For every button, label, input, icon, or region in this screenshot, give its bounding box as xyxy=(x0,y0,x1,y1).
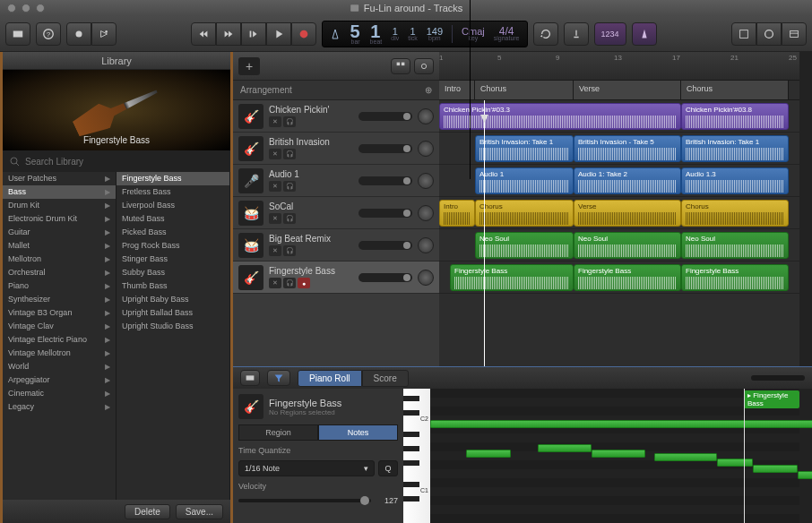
region[interactable]: Verse xyxy=(574,200,681,227)
editor-filter-button[interactable] xyxy=(267,370,290,386)
track-header[interactable]: 🥁 SoCal ✕ 🎧 xyxy=(233,197,439,229)
library-category-row[interactable]: Cinematic▶ xyxy=(3,387,116,400)
library-patch-row[interactable]: Upright Baby Bass xyxy=(117,293,229,306)
library-category-row[interactable]: Electronic Drum Kit▶ xyxy=(3,212,116,226)
library-category-row[interactable]: Piano▶ xyxy=(3,279,116,293)
library-patch-row[interactable]: Prog Rock Bass xyxy=(117,239,229,253)
track-header-config-button[interactable] xyxy=(391,58,410,74)
track-mute-button[interactable]: ✕ xyxy=(269,116,281,127)
count-in-button[interactable]: 1234 xyxy=(594,22,626,46)
zoom-window-icon[interactable] xyxy=(36,4,45,13)
midi-note[interactable] xyxy=(654,453,717,461)
track-solo-button[interactable]: 🎧 xyxy=(283,278,296,288)
region[interactable]: Intro xyxy=(439,200,475,227)
editor-view-button[interactable] xyxy=(240,370,260,386)
midi-note[interactable] xyxy=(753,465,798,473)
track-volume-slider[interactable] xyxy=(358,144,412,153)
library-category-row[interactable]: Mellotron▶ xyxy=(3,253,116,266)
library-toggle-button[interactable] xyxy=(5,22,30,46)
region[interactable]: British Invasion: Take 1 xyxy=(475,135,574,162)
quantize-select[interactable]: 1/16 Note ▾ xyxy=(238,460,375,476)
midi-note[interactable] xyxy=(430,420,812,428)
library-save-button[interactable]: Save... xyxy=(176,504,223,519)
track-volume-slider[interactable] xyxy=(358,209,412,218)
region[interactable]: British Invasion - Take 5 xyxy=(574,135,681,162)
library-category-row[interactable]: Guitar▶ xyxy=(3,226,116,239)
region[interactable]: Neo Soul xyxy=(475,232,574,259)
region[interactable]: Chorus xyxy=(681,200,789,227)
track-header[interactable]: 🎸 British Invasion ✕ 🎧 xyxy=(233,133,439,165)
region[interactable]: Audio 1 xyxy=(475,167,574,194)
velocity-slider[interactable] xyxy=(238,499,371,502)
editor-zoom-slider[interactable] xyxy=(751,375,805,381)
library-patch-row[interactable]: Fingerstyle Bass xyxy=(117,172,229,185)
editors-button[interactable] xyxy=(91,22,117,46)
region[interactable]: Chicken Pickin'#03.3 xyxy=(439,103,681,130)
library-category-row[interactable]: Vintage B3 Organ▶ xyxy=(3,306,116,320)
timeline[interactable]: 15913172125 IntroChorusVerseChorus Chick… xyxy=(439,52,799,366)
library-category-row[interactable]: User Patches▶ xyxy=(3,172,116,185)
library-category-row[interactable]: Orchestral▶ xyxy=(3,266,116,279)
lcd-display[interactable]: 5bar 1beat 1div 1tick 149bpm Cmajkey 4/4… xyxy=(322,21,527,47)
track-pan-knob[interactable] xyxy=(418,173,434,189)
track-header-gear-button[interactable] xyxy=(414,58,434,74)
track-volume-slider[interactable] xyxy=(358,176,412,185)
quantize-apply-button[interactable]: Q xyxy=(378,460,398,476)
track-solo-button[interactable]: 🎧 xyxy=(283,181,296,192)
editor-region-label[interactable]: ▸ Fingerstyle Bass xyxy=(744,390,799,408)
forward-button[interactable] xyxy=(216,22,241,46)
tab-score[interactable]: Score xyxy=(362,370,409,387)
library-category-row[interactable]: Vintage Mellotron▶ xyxy=(3,347,116,360)
track-pan-knob[interactable] xyxy=(418,237,434,253)
library-patch-row[interactable]: Fretless Bass xyxy=(117,185,229,199)
library-patch-row[interactable]: Muted Bass xyxy=(117,212,229,226)
midi-note[interactable] xyxy=(466,450,511,458)
region[interactable]: British Invasion: Take 1 xyxy=(681,135,789,162)
track-solo-button[interactable]: 🎧 xyxy=(283,245,296,256)
vertical-scrollbar[interactable] xyxy=(799,52,812,366)
ruler[interactable]: 15913172125 xyxy=(439,52,799,81)
library-search[interactable] xyxy=(3,150,230,172)
track-pan-knob[interactable] xyxy=(418,141,434,157)
track-mute-button[interactable]: ✕ xyxy=(269,149,281,159)
editor-scrollbar[interactable] xyxy=(799,389,812,523)
close-window-icon[interactable] xyxy=(7,4,16,13)
tuner-button[interactable] xyxy=(564,22,589,46)
smart-controls-button[interactable] xyxy=(66,22,91,46)
library-category-row[interactable]: Mallet▶ xyxy=(3,239,116,253)
library-category-row[interactable]: World▶ xyxy=(3,360,116,373)
region[interactable]: Fingerstyle Bass xyxy=(681,264,789,291)
midi-note[interactable] xyxy=(592,450,645,458)
record-button[interactable] xyxy=(291,22,316,46)
minimize-window-icon[interactable] xyxy=(22,4,30,13)
midi-note[interactable] xyxy=(717,459,753,467)
track-pan-knob[interactable] xyxy=(418,205,434,221)
stop-button[interactable] xyxy=(241,22,266,46)
notepad-button[interactable] xyxy=(731,22,756,46)
help-button[interactable]: ? xyxy=(36,22,61,46)
add-arrangement-icon[interactable]: ⊕ xyxy=(425,85,432,95)
track-header[interactable]: 🥁 Big Beat Remix ✕ 🎧 xyxy=(233,229,439,262)
arrangement-marker[interactable]: Verse xyxy=(574,81,681,99)
play-button[interactable] xyxy=(266,22,291,46)
track-header[interactable]: 🎸 Fingerstyle Bass ✕ 🎧 ● xyxy=(233,262,439,294)
library-category-row[interactable]: Arpeggiator▶ xyxy=(3,373,116,387)
subtab-region[interactable]: Region xyxy=(238,424,318,441)
piano-roll[interactable]: C2C1 3.345▸ Fingerstyle Bass xyxy=(403,389,799,523)
track-volume-slider[interactable] xyxy=(358,112,412,121)
loop-browser-button[interactable] xyxy=(756,22,782,46)
track-header[interactable]: 🎤 Audio 1 ✕ 🎧 xyxy=(233,165,439,197)
region[interactable]: Chicken Pickin'#03.8 xyxy=(681,103,789,130)
library-patch-row[interactable]: Subby Bass xyxy=(117,266,229,279)
library-category-row[interactable]: Drum Kit▶ xyxy=(3,199,116,212)
subtab-notes[interactable]: Notes xyxy=(318,424,398,441)
library-category-row[interactable]: Synthesizer▶ xyxy=(3,293,116,306)
region[interactable]: Chorus xyxy=(475,200,574,227)
rewind-button[interactable] xyxy=(191,22,216,46)
track-mute-button[interactable]: ✕ xyxy=(269,278,281,288)
track-volume-slider[interactable] xyxy=(358,273,412,282)
track-solo-button[interactable]: 🎧 xyxy=(283,213,296,224)
region[interactable]: Neo Soul xyxy=(681,232,789,259)
arrangement-marker[interactable]: Chorus xyxy=(681,81,789,99)
track-record-enable-button[interactable]: ● xyxy=(298,278,310,288)
